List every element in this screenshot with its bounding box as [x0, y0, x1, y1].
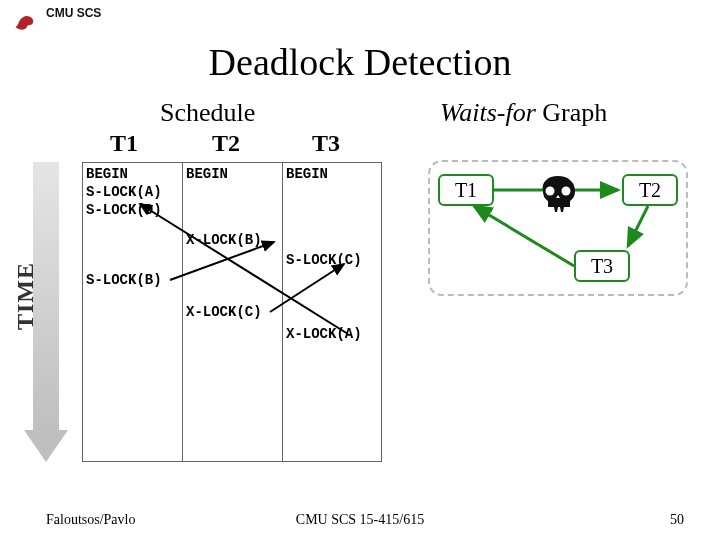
cell-t1-slock-a: S-LOCK(A)	[86, 184, 162, 200]
svg-point-6	[546, 187, 555, 196]
col-header-t1: T1	[110, 130, 138, 157]
skull-icon	[534, 174, 582, 214]
header-label: CMU SCS	[46, 6, 101, 20]
slide-title: Deadlock Detection	[0, 40, 720, 84]
cell-t3-slock-c: S-LOCK(C)	[286, 252, 362, 268]
graph-node-t3: T3	[574, 250, 630, 282]
cell-t1-slock-b: S-LOCK(B)	[86, 272, 162, 288]
schedule-heading: Schedule	[160, 98, 255, 128]
cell-t2-xlock-c: X-LOCK(C)	[186, 304, 262, 320]
cell-t3-xlock-a: X-LOCK(A)	[286, 326, 362, 342]
cell-t1-slock-d: S-LOCK(D)	[86, 202, 162, 218]
time-axis-label: TIME	[12, 262, 39, 330]
header: CMU SCS	[12, 6, 101, 34]
cell-t2-xlock-b: X-LOCK(B)	[186, 232, 262, 248]
graph-heading-italic: Waits-for	[440, 98, 536, 127]
grid-divider	[282, 162, 283, 462]
cell-t3-begin: BEGIN	[286, 166, 328, 182]
svg-point-7	[562, 187, 571, 196]
graph-node-t1: T1	[438, 174, 494, 206]
footer-course: CMU SCS 15-415/615	[0, 512, 720, 528]
col-header-t2: T2	[212, 130, 240, 157]
graph-node-t2: T2	[622, 174, 678, 206]
grid-divider	[182, 162, 183, 462]
footer-slide-num: 50	[670, 512, 684, 528]
graph-heading-rest: Graph	[536, 98, 607, 127]
scotty-logo-icon	[12, 6, 40, 34]
cell-t1-begin: BEGIN	[86, 166, 128, 182]
cell-t2-begin: BEGIN	[186, 166, 228, 182]
graph-heading: Waits-for Graph	[440, 98, 607, 128]
col-header-t3: T3	[312, 130, 340, 157]
